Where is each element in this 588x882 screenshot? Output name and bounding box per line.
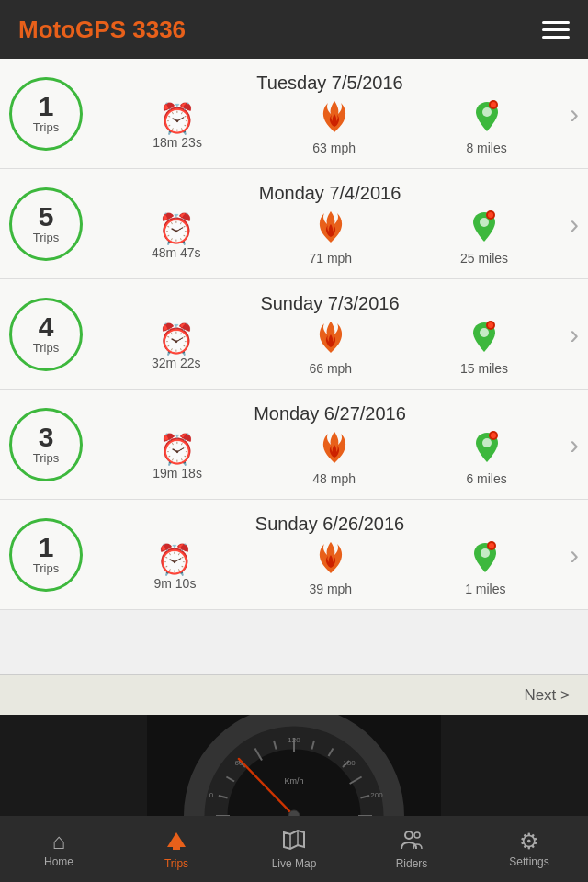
trip-row[interactable]: 4 Trips Sunday 7/3/2016 ⏰ 32m 22s: [0, 279, 588, 390]
pin-icon: [469, 540, 501, 580]
duration-stat: ⏰ 19m 18s: [153, 435, 202, 481]
trips-badge: 3 Trips: [9, 408, 83, 481]
nav-livemap-label: Live Map: [272, 857, 317, 870]
svg-text:Km/h: Km/h: [284, 776, 303, 786]
home-icon: ⌂: [52, 831, 66, 853]
hamburger-line-2: [542, 28, 570, 31]
trip-date: Sunday 7/3/2016: [97, 293, 562, 314]
duration-value: 9m 10s: [154, 576, 197, 591]
chevron-right-icon: ›: [570, 209, 579, 240]
svg-text:180: 180: [343, 759, 356, 767]
duration-stat: ⏰ 32m 22s: [152, 324, 201, 370]
chevron-right-icon: ›: [570, 539, 579, 571]
clock-icon: ⏰: [159, 104, 196, 133]
svg-point-11: [491, 433, 496, 438]
trip-count: 1: [39, 93, 54, 120]
nav-home-label: Home: [44, 855, 74, 868]
trips-label: Trips: [33, 231, 59, 244]
trip-date: Monday 6/27/2016: [97, 403, 562, 424]
svg-point-0: [482, 107, 492, 117]
chevron-right-icon: ›: [570, 319, 579, 350]
trip-details: Tuesday 7/5/2016 ⏰ 18m 23s 63 mph: [97, 73, 562, 155]
speed-stat: 63 mph: [312, 99, 356, 155]
trip-row[interactable]: 1 Trips Sunday 6/26/2016 ⏰ 9m 10s: [0, 500, 588, 610]
trip-date: Sunday 6/26/2016: [97, 514, 562, 535]
nav-riders[interactable]: Riders: [353, 816, 470, 882]
trips-badge: 1 Trips: [9, 518, 83, 592]
nav-riders-label: Riders: [396, 857, 428, 870]
svg-point-3: [480, 218, 489, 227]
trip-count: 4: [39, 313, 54, 341]
trips-badge: 5 Trips: [9, 187, 83, 261]
trip-row[interactable]: 3 Trips Monday 6/27/2016 ⏰ 19m 18s: [0, 390, 588, 500]
trips-badge: 4 Trips: [9, 298, 83, 371]
nav-home[interactable]: ⌂ Home: [0, 816, 118, 882]
svg-text:200: 200: [370, 791, 383, 799]
pin-icon: [469, 320, 500, 359]
distance-stat: 1 miles: [465, 540, 505, 596]
trip-list: 1 Trips Tuesday 7/5/2016 ⏰ 18m 23s: [0, 59, 588, 674]
duration-value: 19m 18s: [153, 466, 202, 481]
speed-value: 63 mph: [312, 141, 356, 155]
svg-rect-37: [173, 847, 180, 850]
speed-icon: [314, 540, 347, 580]
trip-stats: ⏰ 32m 22s 66 mph: [97, 320, 562, 376]
trip-stats: ⏰ 18m 23s 63 mph: [97, 99, 562, 155]
svg-point-41: [414, 832, 420, 838]
trips-label: Trips: [33, 561, 59, 575]
trip-date: Tuesday 7/5/2016: [97, 73, 562, 94]
svg-point-40: [405, 831, 413, 839]
distance-stat: 6 miles: [466, 430, 506, 486]
clock-icon: ⏰: [158, 324, 195, 354]
trip-details: Monday 6/27/2016 ⏰ 19m 18s 48 mph: [97, 403, 562, 486]
svg-point-8: [488, 322, 493, 328]
riders-icon: [400, 829, 424, 854]
nav-livemap[interactable]: Live Map: [235, 816, 353, 882]
trip-stats: ⏰ 19m 18s 48 mph: [97, 430, 562, 486]
trips-icon: [164, 829, 188, 854]
trip-date: Monday 7/4/2016: [97, 183, 562, 204]
nav-trips[interactable]: Trips: [118, 816, 235, 882]
trip-stats: ⏰ 48m 47s 71 mph: [97, 209, 562, 266]
svg-text:0: 0: [209, 791, 214, 799]
menu-button[interactable]: [542, 21, 570, 39]
speed-icon: [318, 99, 351, 139]
speed-icon: [314, 209, 347, 249]
nav-settings[interactable]: ⚙ Settings: [470, 816, 588, 882]
speed-value: 48 mph: [312, 471, 356, 486]
next-bar: Next >: [0, 674, 588, 715]
trip-count: 3: [39, 424, 54, 451]
speed-stat: 71 mph: [309, 209, 352, 266]
svg-point-14: [489, 543, 494, 548]
speed-stat: 39 mph: [309, 540, 352, 596]
duration-stat: ⏰ 9m 10s: [154, 545, 197, 591]
trip-stats: ⏰ 9m 10s 39 mph: [97, 540, 562, 596]
next-button[interactable]: Next >: [524, 686, 570, 705]
duration-stat: ⏰ 48m 47s: [152, 214, 201, 260]
clock-icon: ⏰: [156, 545, 193, 574]
distance-value: 6 miles: [466, 471, 506, 486]
moto-background: Km/h 0 60 120 180 200: [0, 715, 588, 816]
pin-icon: [471, 99, 503, 139]
trip-details: Sunday 6/26/2016 ⏰ 9m 10s 39 mph: [97, 514, 562, 596]
trip-row[interactable]: 5 Trips Monday 7/4/2016 ⏰ 48m 47s: [0, 169, 588, 279]
pin-icon: [471, 430, 503, 469]
trips-label: Trips: [33, 451, 59, 465]
duration-stat: ⏰ 18m 23s: [153, 104, 202, 150]
trip-row[interactable]: 1 Trips Tuesday 7/5/2016 ⏰ 18m 23s: [0, 59, 588, 169]
hamburger-line-1: [542, 21, 570, 24]
svg-point-5: [488, 212, 493, 218]
trip-details: Monday 7/4/2016 ⏰ 48m 47s 71 mph: [97, 183, 562, 266]
app-title: MotoGPS 3336: [18, 16, 186, 44]
speedometer-graphic: Km/h 0 60 120 180 200: [147, 715, 441, 816]
speed-stat: 66 mph: [309, 320, 352, 376]
pin-icon: [469, 209, 500, 249]
speed-value: 39 mph: [309, 582, 352, 596]
svg-point-12: [481, 548, 490, 558]
svg-point-2: [491, 102, 496, 107]
chevron-right-icon: ›: [570, 98, 579, 130]
distance-value: 1 miles: [465, 582, 505, 596]
livemap-icon: [282, 829, 306, 854]
speed-icon: [314, 320, 347, 359]
speed-value: 71 mph: [309, 251, 352, 266]
